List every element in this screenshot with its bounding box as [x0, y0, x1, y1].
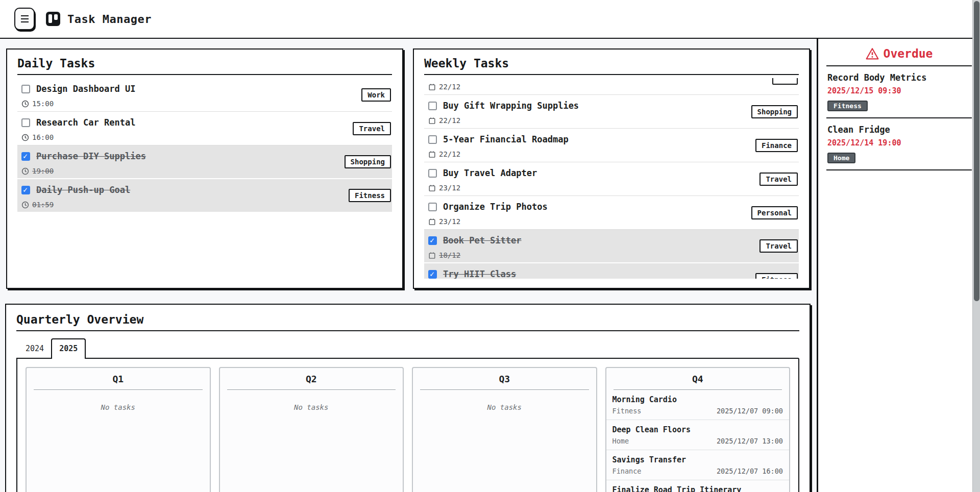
clock-icon — [21, 201, 29, 209]
task-row-partial[interactable]: 22/12 — [424, 78, 799, 95]
tab-2024[interactable]: 2024 — [18, 339, 51, 358]
overdue-task-tag: Home — [827, 153, 855, 163]
task-title: 5-Year Financial Roadmap — [443, 134, 569, 144]
task-checkbox-checked[interactable] — [428, 236, 437, 245]
task-time: 15:00 — [32, 100, 54, 108]
task-title: Try HIIT Class — [443, 269, 516, 279]
task-row[interactable]: Daily Push-up Goal 01:59 Fitness — [17, 179, 392, 213]
task-title: Buy Gift Wrapping Supplies — [443, 101, 579, 111]
overdue-task-datetime: 2025/12/14 19:00 — [827, 138, 971, 147]
task-date: 22/12 — [439, 150, 460, 158]
year-tabs: 2024 2025 — [16, 338, 799, 358]
kanban-board-icon — [46, 12, 60, 26]
quarter-task-row[interactable]: Savings Transfer Finance 2025/12/07 16:0… — [606, 450, 790, 480]
task-tag: Fitness — [349, 189, 391, 202]
task-title: Research Car Rental — [36, 117, 135, 128]
overdue-item[interactable]: Clean Fridge 2025/12/14 19:00 Home — [826, 118, 972, 170]
overdue-title: Overdue — [826, 46, 972, 61]
task-date: 23/12 — [439, 184, 460, 192]
quarterly-overview-title: Quarterly Overview — [16, 313, 799, 326]
task-checkbox-checked[interactable] — [428, 270, 437, 279]
quarter-task-title: Finalize Road Trip Itinerary — [612, 485, 783, 492]
daily-tasks-panel: Daily Tasks Design Dashboard UI 15:00 Wo… — [6, 48, 403, 289]
task-row-partial[interactable]: Try HIIT Class Fitness — [424, 263, 799, 279]
overdue-task-title: Record Body Metrics — [827, 72, 971, 83]
quarter-label: Q4 — [606, 368, 790, 389]
task-title: Organize Trip Photos — [443, 202, 548, 212]
task-date: 18/12 — [439, 251, 460, 259]
tab-2025[interactable]: 2025 — [51, 338, 86, 359]
task-row[interactable]: Research Car Rental 16:00 Travel — [17, 112, 392, 145]
quarter-task-category: Finance — [612, 467, 642, 475]
task-checkbox[interactable] — [428, 135, 437, 144]
overdue-task-tag: Fitness — [827, 101, 868, 111]
overdue-item[interactable]: Record Body Metrics 2025/12/15 09:30 Fit… — [826, 66, 972, 118]
task-tag: Finance — [755, 139, 798, 152]
hamburger-icon — [21, 15, 29, 16]
task-tag: Shopping — [751, 105, 798, 118]
task-time: 01:59 — [32, 201, 54, 209]
task-checkbox-checked[interactable] — [21, 152, 30, 161]
task-checkbox[interactable] — [21, 85, 30, 93]
task-title: Purchase DIY Supplies — [36, 151, 146, 161]
quarter-card-q3: Q3 No tasks — [412, 367, 597, 492]
divider — [424, 74, 799, 75]
clock-icon — [21, 100, 29, 108]
task-tag: Shopping — [345, 155, 391, 168]
quarter-task-row-partial[interactable]: Finalize Road Trip Itinerary — [606, 480, 790, 492]
task-row[interactable]: Buy Gift Wrapping Supplies 22/12 Shoppin… — [424, 95, 799, 129]
calendar-icon — [428, 252, 436, 259]
overdue-task-datetime: 2025/12/15 09:30 — [827, 86, 971, 95]
task-checkbox[interactable] — [428, 102, 437, 110]
task-tag — [772, 78, 798, 85]
quarter-task-category: Home — [612, 437, 629, 445]
calendar-icon — [428, 184, 436, 192]
quarters-container: Q1 No tasks Q2 No tasks Q3 No tasks Q4 M… — [16, 358, 799, 492]
overdue-task-title: Clean Fridge — [827, 125, 971, 135]
task-checkbox-checked[interactable] — [21, 186, 30, 194]
task-row[interactable]: Buy Travel Adapter 23/12 Travel — [424, 162, 799, 196]
task-title: Buy Travel Adapter — [443, 168, 537, 178]
empty-state-text: No tasks — [27, 390, 210, 425]
empty-state-text: No tasks — [220, 390, 403, 425]
task-tag: Travel — [760, 239, 798, 253]
quarter-label: Q1 — [27, 368, 210, 389]
quarter-label: Q2 — [220, 368, 403, 389]
task-checkbox[interactable] — [428, 203, 437, 211]
weekly-task-list[interactable]: 22/12 Buy Gift Wrapping Supplies 22/12 S… — [424, 78, 799, 279]
quarter-label: Q3 — [413, 368, 596, 389]
clock-icon — [21, 134, 29, 141]
calendar-icon — [428, 151, 436, 158]
task-tag: Personal — [751, 206, 798, 219]
task-title: Design Dashboard UI — [36, 84, 135, 94]
task-title: Daily Push-up Goal — [36, 185, 130, 195]
task-date: 23/12 — [439, 217, 460, 226]
app-header: Task Manager — [0, 0, 980, 39]
quarter-card-q1: Q1 No tasks — [26, 367, 211, 492]
task-checkbox[interactable] — [428, 169, 437, 178]
page-scrollbar[interactable] — [972, 0, 980, 492]
calendar-icon — [428, 218, 436, 226]
task-time: 16:00 — [32, 133, 54, 141]
daily-task-list: Design Dashboard UI 15:00 Work Research … — [17, 78, 392, 283]
quarter-task-row[interactable]: Deep Clean Floors Home 2025/12/07 13:00 — [606, 420, 790, 450]
task-row[interactable]: 5-Year Financial Roadmap 22/12 Finance — [424, 129, 799, 162]
hamburger-menu-button[interactable] — [14, 8, 35, 30]
empty-state-text: No tasks — [413, 390, 596, 425]
task-row[interactable]: Purchase DIY Supplies 19:00 Shopping — [17, 145, 392, 179]
calendar-icon — [428, 117, 436, 125]
weekly-tasks-title: Weekly Tasks — [424, 57, 799, 70]
task-row[interactable]: Book Pet Sitter 18/12 Travel — [424, 230, 799, 263]
warning-triangle-icon — [866, 47, 879, 60]
task-tag: Travel — [353, 122, 391, 135]
task-date: 22/12 — [439, 83, 460, 91]
task-row[interactable]: Design Dashboard UI 15:00 Work — [17, 78, 392, 112]
task-tag: Fitness — [755, 273, 798, 279]
quarter-card-q4: Q4 Morning Cardio Fitness 2025/12/07 09:… — [605, 367, 791, 492]
quarter-task-title: Deep Clean Floors — [612, 425, 783, 434]
task-row[interactable]: Organize Trip Photos 23/12 Personal — [424, 196, 799, 230]
quarterly-overview-panel: Quarterly Overview 2024 2025 Q1 No tasks… — [5, 304, 811, 492]
scrollbar-thumb[interactable] — [974, 1, 979, 301]
quarter-task-row[interactable]: Morning Cardio Fitness 2025/12/07 09:00 — [606, 390, 790, 420]
task-checkbox[interactable] — [21, 118, 30, 127]
